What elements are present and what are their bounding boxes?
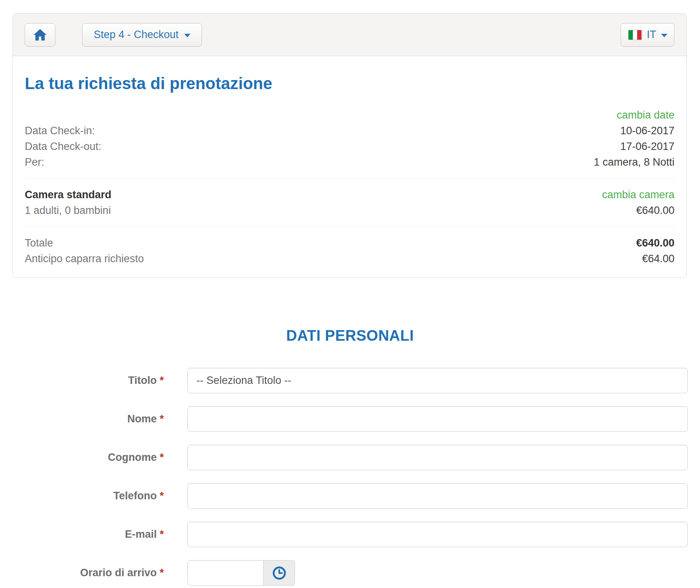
summary-title: La tua richiesta di prenotazione bbox=[25, 74, 674, 93]
checkin-row: Data Check-in: 10-06-2017 bbox=[25, 123, 674, 139]
titolo-row: Titolo * -- Seleziona Titolo -- bbox=[0, 368, 700, 393]
chevron-down-icon bbox=[184, 34, 191, 37]
required-marker: * bbox=[159, 374, 164, 386]
email-field[interactable] bbox=[187, 522, 688, 547]
divider bbox=[25, 178, 674, 179]
telefono-field[interactable] bbox=[187, 483, 688, 509]
change-room-link[interactable]: cambia camera bbox=[602, 187, 674, 203]
deposit-value: €64.00 bbox=[642, 251, 674, 267]
room-price: €640.00 bbox=[636, 203, 674, 218]
total-value: €640.00 bbox=[636, 235, 674, 251]
step-dropdown-label: Step 4 - Checkout bbox=[93, 29, 178, 41]
titolo-label: Titolo * bbox=[0, 368, 164, 393]
cognome-label: Cognome * bbox=[0, 445, 164, 470]
arrival-time-group bbox=[187, 560, 295, 586]
email-row: E-mail * bbox=[0, 522, 700, 547]
cognome-row: Cognome * bbox=[0, 445, 700, 470]
cognome-field[interactable] bbox=[187, 445, 688, 470]
per-row: Per: 1 camera, 8 Notti bbox=[25, 154, 674, 170]
telefono-row: Telefono * bbox=[0, 483, 700, 509]
checkout-row: Data Check-out: 17-06-2017 bbox=[25, 139, 674, 154]
titolo-selected-option: -- Seleziona Titolo -- bbox=[196, 374, 291, 387]
clock-icon bbox=[271, 565, 287, 581]
orario-row: Orario di arrivo * bbox=[0, 560, 700, 586]
chevron-down-icon bbox=[661, 34, 667, 37]
per-label: Per: bbox=[25, 154, 44, 170]
orario-label: Orario di arrivo * bbox=[0, 560, 164, 586]
room-block: Camera standard cambia camera 1 adulti, … bbox=[25, 187, 674, 218]
checkout-label: Data Check-out: bbox=[25, 139, 101, 154]
deposit-row: Anticipo caparra richiesto €64.00 bbox=[25, 251, 674, 267]
per-value: 1 camera, 8 Notti bbox=[594, 154, 674, 170]
titolo-select[interactable]: -- Seleziona Titolo -- bbox=[187, 368, 688, 393]
required-marker: * bbox=[159, 528, 164, 540]
required-marker: * bbox=[159, 451, 164, 463]
required-marker: * bbox=[159, 567, 164, 579]
totals-block: Totale €640.00 Anticipo caparra richiest… bbox=[25, 235, 674, 267]
language-dropdown-button[interactable]: IT bbox=[621, 23, 674, 47]
dates-block: cambia date Data Check-in: 10-06-2017 Da… bbox=[25, 107, 674, 170]
telefono-label: Telefono * bbox=[0, 483, 164, 509]
arrival-time-field[interactable] bbox=[187, 560, 264, 586]
italian-flag-icon bbox=[628, 30, 642, 40]
checkin-label: Data Check-in: bbox=[25, 123, 95, 139]
room-occupancy: 1 adulti, 0 bambini bbox=[25, 203, 111, 218]
divider bbox=[25, 226, 674, 227]
step-dropdown-button[interactable]: Step 4 - Checkout bbox=[82, 23, 202, 47]
total-row: Totale €640.00 bbox=[25, 235, 674, 251]
language-label: IT bbox=[647, 29, 656, 41]
room-name: Camera standard bbox=[25, 187, 112, 203]
personal-data-form: Titolo * -- Seleziona Titolo -- Nome * C… bbox=[0, 368, 700, 586]
change-dates-link[interactable]: cambia date bbox=[617, 107, 674, 123]
total-label: Totale bbox=[25, 235, 53, 251]
time-picker-button[interactable] bbox=[264, 560, 295, 586]
personal-data-title: DATI PERSONALI bbox=[0, 327, 700, 344]
deposit-label: Anticipo caparra richiesto bbox=[25, 251, 144, 267]
toolbar: Step 4 - Checkout IT bbox=[13, 14, 686, 56]
nome-label: Nome * bbox=[0, 406, 164, 432]
room-name-row: Camera standard cambia camera bbox=[25, 187, 674, 203]
booking-summary-body: La tua richiesta di prenotazione cambia … bbox=[13, 56, 686, 278]
nome-row: Nome * bbox=[0, 406, 700, 432]
checkin-value: 10-06-2017 bbox=[620, 123, 674, 139]
email-label: E-mail * bbox=[0, 522, 164, 547]
room-occupancy-row: 1 adulti, 0 bambini €640.00 bbox=[25, 203, 674, 218]
booking-summary-panel: Step 4 - Checkout IT La tua richiesta di… bbox=[13, 13, 687, 278]
nome-field[interactable] bbox=[187, 406, 688, 432]
home-icon bbox=[33, 27, 48, 42]
required-marker: * bbox=[159, 490, 164, 502]
home-button[interactable] bbox=[25, 23, 55, 47]
checkout-value: 17-06-2017 bbox=[620, 139, 674, 154]
required-marker: * bbox=[159, 413, 164, 425]
